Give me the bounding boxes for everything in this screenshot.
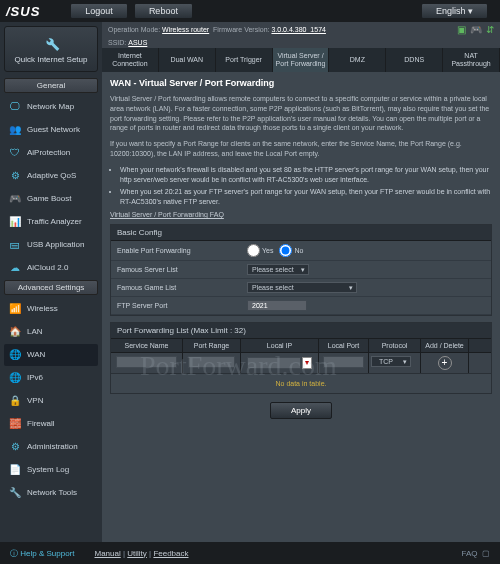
logout-button[interactable]: Logout	[70, 3, 128, 19]
nav-icon: 🔒	[8, 394, 22, 408]
bullet-2: When you set 20:21 as your FTP server's …	[120, 187, 492, 207]
nav-icon: ⚙	[8, 440, 22, 454]
enable-pf-label: Enable Port Forwarding	[117, 247, 247, 254]
tab-dual-wan[interactable]: Dual WAN	[159, 48, 216, 72]
sidebar-item-label: Network Tools	[27, 488, 77, 497]
sidebar-item-wan[interactable]: 🌐WAN	[4, 344, 98, 366]
usb-icon[interactable]: ⇵	[486, 24, 494, 35]
nav-icon: 👥	[8, 123, 22, 137]
sidebar-item-label: Traffic Analyzer	[27, 217, 82, 226]
famous-server-select[interactable]: Please select	[247, 264, 309, 275]
tab-internet-connection[interactable]: Internet Connection	[102, 48, 159, 72]
nav-icon: 🎮	[8, 192, 22, 206]
ssid-link[interactable]: ASUS	[128, 39, 147, 46]
tab-ddns[interactable]: DDNS	[386, 48, 443, 72]
apply-button[interactable]: Apply	[270, 402, 332, 419]
sidebar-item-game-boost[interactable]: 🎮Game Boost	[4, 188, 98, 210]
nav-icon: 🏠	[8, 325, 22, 339]
nav-icon: 🌐	[8, 348, 22, 362]
sidebar-item-label: IPv6	[27, 373, 43, 382]
faq-link[interactable]: Virtual Server / Port Forwarding FAQ	[110, 211, 492, 218]
sidebar-item-network-map[interactable]: 🖵Network Map	[4, 96, 98, 118]
fw-link[interactable]: 3.0.0.4.380_1574	[271, 26, 326, 33]
sidebar-item-label: Wireless	[27, 304, 58, 313]
nav-icon: ☁	[8, 261, 22, 275]
local-ip-input[interactable]	[247, 357, 302, 369]
ftp-port-label: FTP Server Port	[117, 302, 247, 309]
tab-nat-passthrough[interactable]: NAT Passthrough	[443, 48, 500, 72]
app-icon[interactable]: ▣	[457, 24, 466, 35]
sidebar-item-lan[interactable]: 🏠LAN	[4, 321, 98, 343]
nav-icon: 📄	[8, 463, 22, 477]
gamepad-icon[interactable]: 🎮	[470, 24, 482, 35]
col-header: Add / Delete	[421, 339, 469, 352]
help-support-link[interactable]: ⓘ Help & Support	[10, 548, 75, 559]
sidebar: Quick Internet Setup General 🖵Network Ma…	[0, 22, 102, 542]
op-mode-link[interactable]: Wireless router	[162, 26, 209, 33]
radio-yes[interactable]: Yes	[247, 244, 273, 257]
manual-link[interactable]: Manual	[95, 549, 121, 558]
sidebar-item-label: Firewall	[27, 419, 55, 428]
wrench-icon	[41, 33, 61, 53]
quick-setup-label: Quick Internet Setup	[9, 55, 93, 65]
local-port-input[interactable]	[323, 356, 364, 368]
desc-2: If you want to specify a Port Range for …	[110, 139, 492, 159]
protocol-select[interactable]: TCP	[371, 356, 411, 367]
section-general: General	[4, 78, 98, 93]
sidebar-item-label: USB Application	[27, 240, 84, 249]
service-name-input[interactable]	[116, 356, 176, 368]
sidebar-item-usb-application[interactable]: 🖴USB Application	[4, 234, 98, 256]
brand-logo: /SUS	[6, 4, 40, 19]
sidebar-item-label: LAN	[27, 327, 43, 336]
desc-1: Virtual Server / Port forwarding allows …	[110, 94, 492, 133]
nav-icon: 🛡	[8, 146, 22, 160]
add-button[interactable]: +	[438, 356, 452, 370]
sidebar-item-aiprotection[interactable]: 🛡AiProtection	[4, 142, 98, 164]
utility-link[interactable]: Utility	[127, 549, 147, 558]
sidebar-item-label: AiCloud 2.0	[27, 263, 68, 272]
sidebar-item-system-log[interactable]: 📄System Log	[4, 459, 98, 481]
sidebar-item-label: Guest Network	[27, 125, 80, 134]
nav-icon: 🌐	[8, 371, 22, 385]
radio-no[interactable]: No	[279, 244, 303, 257]
sidebar-item-network-tools[interactable]: 🔧Network Tools	[4, 482, 98, 504]
tab-virtual-server-port-forwarding[interactable]: Virtual Server / Port Forwarding	[273, 48, 330, 72]
feedback-link[interactable]: Feedback	[153, 549, 188, 558]
tab-port-trigger[interactable]: Port Trigger	[216, 48, 273, 72]
sidebar-item-wireless[interactable]: 📶Wireless	[4, 298, 98, 320]
famous-game-label: Famous Game List	[117, 284, 247, 291]
nav-icon: 🧱	[8, 417, 22, 431]
reboot-button[interactable]: Reboot	[134, 3, 193, 19]
col-header: Local Port	[319, 339, 369, 352]
sidebar-item-vpn[interactable]: 🔒VPN	[4, 390, 98, 412]
sidebar-item-label: Administration	[27, 442, 78, 451]
page-title: WAN - Virtual Server / Port Forwarding	[110, 78, 492, 88]
nav-icon: 📶	[8, 302, 22, 316]
col-header: Local IP	[241, 339, 319, 352]
ftp-port-input[interactable]	[247, 300, 307, 311]
info-row-2: SSID: ASUS	[102, 37, 500, 48]
famous-game-select[interactable]: Please select	[247, 282, 357, 293]
col-header: Protocol	[369, 339, 421, 352]
sidebar-item-traffic-analyzer[interactable]: 📊Traffic Analyzer	[4, 211, 98, 233]
sidebar-item-label: System Log	[27, 465, 69, 474]
sidebar-item-adaptive-qos[interactable]: ⚙Adaptive QoS	[4, 165, 98, 187]
col-header: Service Name	[111, 339, 183, 352]
tab-dmz[interactable]: DMZ	[329, 48, 386, 72]
famous-server-label: Famous Server List	[117, 266, 247, 273]
sidebar-item-firewall[interactable]: 🧱Firewall	[4, 413, 98, 435]
sidebar-item-ipv6[interactable]: 🌐IPv6	[4, 367, 98, 389]
bullet-1: When your network's firewall is disabled…	[120, 165, 492, 185]
sidebar-item-guest-network[interactable]: 👥Guest Network	[4, 119, 98, 141]
sidebar-item-administration[interactable]: ⚙Administration	[4, 436, 98, 458]
nav-icon: 🖴	[8, 238, 22, 252]
sidebar-item-label: VPN	[27, 396, 43, 405]
language-select[interactable]: English ▾	[421, 3, 488, 19]
sidebar-item-label: Network Map	[27, 102, 74, 111]
quick-internet-setup[interactable]: Quick Internet Setup	[4, 26, 98, 72]
nav-icon: ⚙	[8, 169, 22, 183]
port-range-input[interactable]	[188, 356, 236, 368]
sidebar-item-aicloud-2.0[interactable]: ☁AiCloud 2.0	[4, 257, 98, 279]
local-ip-dropdown[interactable]: ▾	[302, 357, 312, 369]
faq-footer-link[interactable]: FAQ	[462, 549, 478, 558]
